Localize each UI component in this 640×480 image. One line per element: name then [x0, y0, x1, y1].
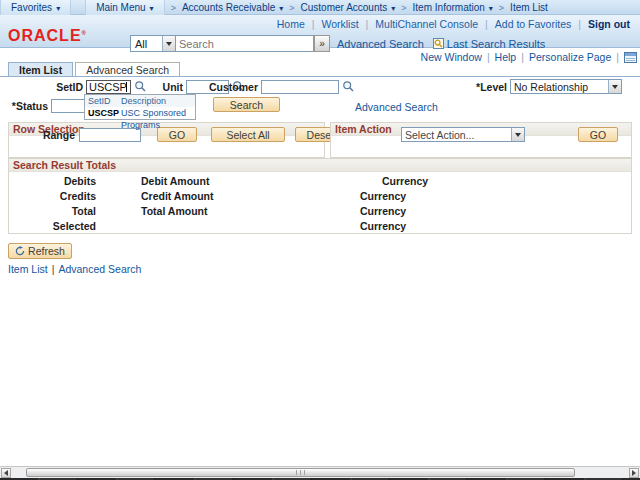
refresh-icon [15, 246, 25, 256]
separator: | [485, 18, 488, 30]
setid-autocomplete: SetID Description USCSP USC Sponsored Pr… [84, 94, 196, 120]
advanced-search-link-header[interactable]: Advanced Search [337, 38, 424, 50]
home-link[interactable]: Home [277, 18, 305, 30]
search-results-icon [433, 38, 444, 49]
separator: | [366, 18, 369, 30]
header-bar: Home|Worklist|MultiChannel Console|Add t… [0, 15, 640, 48]
search-go-button[interactable]: » [314, 35, 330, 52]
header-links: Home|Worklist|MultiChannel Console|Add t… [277, 18, 630, 30]
separator: | [52, 263, 55, 275]
unit-label: Unit [145, 80, 183, 94]
separator: | [312, 18, 315, 30]
item-action-select[interactable]: Select Action... [401, 127, 525, 142]
autocomplete-suggestion[interactable]: USCSP USC Sponsored Programs [85, 107, 195, 119]
customer-lookup-icon[interactable] [342, 80, 355, 93]
pagebar: New Window|Help|Personalize Page| [421, 51, 637, 63]
search-button[interactable]: Search [213, 97, 280, 112]
text-caret [126, 82, 127, 92]
item-action-select-value: Select Action... [402, 129, 511, 141]
status-label: *Status [5, 99, 48, 113]
setid-label: SetID [30, 80, 83, 94]
currency-label: Currency [360, 220, 406, 232]
autocomplete-header-row: SetID Description [85, 95, 195, 107]
breadcrumb-item-item-information[interactable]: Item Information [401, 2, 493, 13]
footer-links: Item List|Advanced Search [8, 263, 141, 275]
breadcrumb-favorites-menu[interactable]: Favorites [0, 0, 71, 15]
right-arrow-icon [632, 470, 639, 476]
autocomplete-col-setid: SetID [85, 95, 119, 107]
breadcrumb-item-item-list: Item List [499, 2, 548, 13]
level-label: *Level [455, 80, 507, 94]
refresh-label: Refresh [28, 245, 65, 257]
breadcrumb: Favorites Main Menu Accounts Receivable … [0, 0, 640, 15]
page-tabs: Item List Advanced Search [8, 62, 180, 77]
currency-label: Currency [360, 205, 406, 217]
row-selection-groupbox: Row Selection Range GO Select All Desele… [8, 122, 325, 158]
last-search-results-link[interactable]: Last Search Results [433, 38, 545, 50]
autocomplete-col-description: Description [119, 95, 195, 107]
left-arrow-icon [1, 470, 8, 476]
separator: | [578, 18, 581, 30]
tab-advanced-search[interactable]: Advanced Search [75, 62, 180, 77]
separator: | [487, 51, 490, 63]
help-link[interactable]: Help [495, 51, 517, 63]
search-scope-select[interactable]: All [130, 35, 176, 52]
grip-icon [296, 470, 305, 475]
breadcrumb-item-accounts-receivable[interactable]: Accounts Receivable [171, 2, 284, 13]
breadcrumb-main-menu[interactable]: Main Menu [85, 0, 164, 15]
suggestion-description: USC Sponsored Programs [119, 107, 195, 119]
search-scope-value: All [131, 38, 162, 50]
footer-item-list-link[interactable]: Item List [8, 263, 48, 275]
debits-label: Debits [29, 175, 96, 187]
debit-amount-label: Debit Amount [141, 175, 209, 187]
item-action-go-button[interactable]: GO [578, 127, 618, 142]
horizontal-scrollbar[interactable] [0, 466, 640, 478]
footer-advanced-search-link[interactable]: Advanced Search [58, 263, 141, 275]
separator: | [616, 51, 619, 63]
scrollbar-thumb[interactable] [26, 468, 575, 477]
level-select-value: No Relationship [511, 81, 608, 93]
multichannel-console-link[interactable]: MultiChannel Console [375, 18, 478, 30]
range-label: Range [29, 128, 75, 142]
total-label: Total [29, 205, 96, 217]
level-select[interactable]: No Relationship [510, 79, 622, 94]
total-amount-label: Total Amount [141, 205, 208, 217]
oracle-logo: ORACLE® [8, 27, 87, 45]
add-to-favorites-link[interactable]: Add to Favorites [495, 18, 571, 30]
search-result-totals-title: Search Result Totals [9, 159, 631, 172]
select-all-button[interactable]: Select All [211, 127, 285, 142]
setid-input[interactable] [86, 80, 131, 94]
tab-item-list[interactable]: Item List [8, 62, 73, 77]
scroll-right-arrow[interactable] [629, 468, 639, 478]
customer-label: Customer [208, 80, 258, 94]
suggestion-setid: USCSP [85, 107, 119, 119]
tab-divider [0, 76, 640, 77]
global-search-input[interactable] [176, 35, 314, 52]
worklist-link[interactable]: Worklist [321, 18, 358, 30]
credit-amount-label: Credit Amount [141, 190, 214, 202]
breadcrumb-item-customer-accounts[interactable]: Customer Accounts [289, 2, 395, 13]
credits-label: Credits [29, 190, 96, 202]
separator: | [521, 51, 524, 63]
search-result-totals-groupbox: Search Result Totals Debits Debit Amount… [8, 158, 632, 234]
personalize-page-link[interactable]: Personalize Page [529, 51, 611, 63]
chevron-down-icon[interactable] [511, 128, 524, 141]
item-action-groupbox: Item Action Select Action... GO [330, 122, 632, 158]
currency-label: Currency [382, 175, 428, 187]
last-search-results-label: Last Search Results [447, 38, 545, 50]
global-search-bar: All » Advanced Search Last Search Result… [130, 35, 545, 52]
selected-label: Selected [29, 220, 96, 232]
currency-label: Currency [360, 190, 406, 202]
chevron-down-icon[interactable] [608, 80, 621, 93]
chevron-down-icon[interactable] [162, 36, 175, 51]
sign-out-link[interactable]: Sign out [588, 18, 630, 30]
scroll-left-arrow[interactable] [1, 468, 11, 478]
range-go-button[interactable]: GO [157, 127, 197, 142]
customer-input[interactable] [261, 80, 339, 94]
advanced-search-link-form[interactable]: Advanced Search [355, 101, 438, 113]
window-icon[interactable] [624, 52, 637, 63]
new-window-link[interactable]: New Window [421, 51, 482, 63]
refresh-button[interactable]: Refresh [8, 243, 72, 259]
